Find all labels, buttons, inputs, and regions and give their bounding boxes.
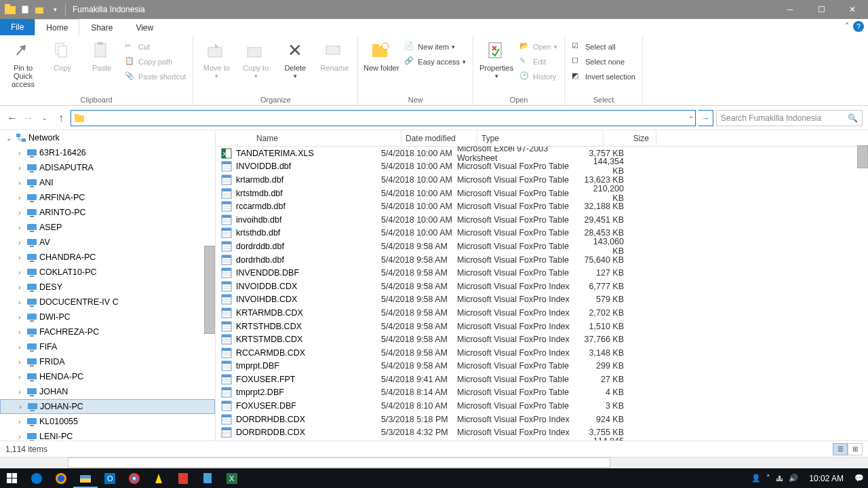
tree-scrollbar[interactable] bbox=[204, 246, 215, 334]
tree-item[interactable]: ›FRIDA bbox=[0, 354, 215, 369]
column-headers[interactable]: Name Date modified Type Size bbox=[216, 130, 868, 147]
qat-newfolder-icon[interactable] bbox=[33, 2, 47, 17]
firefox-icon[interactable] bbox=[49, 468, 73, 488]
tree-item[interactable]: ›HENDA-PC bbox=[0, 369, 215, 384]
file-row[interactable]: FOXUSER.FPT5/4/2018 9:41 AMMicrosoft Vis… bbox=[216, 373, 868, 386]
tree-item[interactable]: ›DESY bbox=[0, 280, 215, 295]
tree-item[interactable]: ›JOHAN bbox=[0, 384, 215, 399]
rename-button[interactable]: Rename bbox=[315, 39, 353, 73]
forward-button[interactable]: → bbox=[22, 111, 35, 125]
address-bar[interactable]: ⌄ bbox=[71, 110, 696, 126]
pin-quick-access-button[interactable]: Pin to Quick access bbox=[4, 39, 42, 90]
file-row[interactable]: KRTSTMDB.CDX5/4/2018 9:58 AMMicrosoft Vi… bbox=[216, 333, 868, 346]
file-row[interactable]: INVOIDDB.CDX5/4/2018 9:58 AMMicrosoft Vi… bbox=[216, 280, 868, 293]
tree-item[interactable]: ›AV bbox=[0, 235, 215, 250]
column-size[interactable]: Size bbox=[604, 130, 656, 146]
file-row[interactable]: INVOIHDB.CDX5/4/2018 9:58 AMMicrosoft Vi… bbox=[216, 293, 868, 307]
properties-button[interactable]: Properties▾ bbox=[477, 39, 515, 81]
network-icon[interactable]: 🖧 bbox=[776, 474, 783, 483]
action-center-icon[interactable]: 💬 bbox=[854, 474, 864, 483]
file-row[interactable]: invoihdb.dbf5/4/2018 10:00 AMMicrosoft V… bbox=[216, 213, 868, 227]
taskbar[interactable]: O X 👤 ˄ 🖧 🔊 10:02 AM 💬 bbox=[0, 468, 868, 488]
open-button[interactable]: 📂Open ▾ bbox=[517, 39, 560, 54]
volume-icon[interactable]: 🔊 bbox=[789, 474, 798, 483]
paste-button[interactable]: Paste bbox=[83, 39, 121, 73]
select-none-button[interactable]: ☐Select none bbox=[569, 54, 638, 69]
recent-dropdown-icon[interactable]: ⌄ bbox=[38, 111, 52, 125]
file-row[interactable]: INVENDDB.DBF5/4/2018 9:58 AMMicrosoft Vi… bbox=[216, 266, 868, 280]
qat-properties-icon[interactable] bbox=[18, 2, 33, 17]
tree-item[interactable]: ›KL010055 bbox=[0, 414, 215, 429]
column-name[interactable]: Name bbox=[236, 130, 401, 146]
file-row[interactable]: krtarmdb.dbf5/4/2018 10:00 AMMicrosoft V… bbox=[216, 173, 868, 187]
delete-button[interactable]: ✕Delete▾ bbox=[276, 39, 314, 81]
move-to-button[interactable]: Move to▾ bbox=[197, 39, 235, 81]
qat-dropdown-icon[interactable]: ▾ bbox=[47, 2, 62, 17]
tab-file[interactable]: File bbox=[0, 19, 35, 35]
icons-view-button[interactable]: ⊞ bbox=[848, 443, 863, 455]
tab-view[interactable]: View bbox=[124, 19, 165, 35]
start-button[interactable] bbox=[0, 468, 24, 488]
address-dropdown-icon[interactable]: ⌄ bbox=[688, 112, 694, 119]
tree-item[interactable]: ›CHANDRA-PC bbox=[0, 250, 215, 265]
explorer-icon[interactable] bbox=[73, 468, 98, 488]
horizontal-scrollbar[interactable] bbox=[0, 457, 868, 468]
go-button[interactable]: → bbox=[698, 110, 713, 126]
close-button[interactable]: ✕ bbox=[837, 0, 868, 19]
file-list[interactable]: XTANDATERIMA.XLS5/4/2018 10:00 AMMicroso… bbox=[216, 147, 868, 440]
excel-icon[interactable]: X bbox=[220, 468, 244, 488]
easy-access-button[interactable]: 🔗Easy access ▾ bbox=[401, 54, 469, 69]
notepad-icon[interactable] bbox=[195, 468, 220, 488]
ribbon-collapse-icon[interactable]: ˄ bbox=[845, 22, 849, 31]
filelist-scrollbar[interactable] bbox=[857, 145, 868, 168]
tree-item[interactable]: ›ANI bbox=[0, 175, 215, 190]
file-row[interactable]: DORDRDDB.CDX5/3/2018 4:32 PMMicrosoft Vi… bbox=[216, 426, 868, 439]
chrome-icon[interactable] bbox=[122, 468, 146, 488]
tree-item[interactable]: ›FACHREZA-PC bbox=[0, 324, 215, 339]
file-row[interactable]: RCCARMDB.CDX5/4/2018 9:58 AMMicrosoft Vi… bbox=[216, 346, 868, 360]
new-item-button[interactable]: 📄New item ▾ bbox=[401, 39, 469, 54]
file-row[interactable]: tmprpt.DBF5/4/2018 9:58 AMMicrosoft Visu… bbox=[216, 360, 868, 373]
tree-item[interactable]: ›JOHAN-PC bbox=[0, 399, 215, 414]
edit-button[interactable]: ✎Edit bbox=[517, 54, 560, 69]
up-button[interactable]: ↑ bbox=[54, 111, 68, 125]
edge-icon[interactable] bbox=[24, 468, 49, 488]
tree-root-network[interactable]: ⌄Network bbox=[0, 130, 215, 145]
column-type[interactable]: Type bbox=[477, 130, 604, 146]
clock[interactable]: 10:02 AM bbox=[804, 474, 849, 483]
copy-path-button[interactable]: 📋Copy path bbox=[122, 54, 189, 69]
minimize-button[interactable]: ─ bbox=[774, 0, 806, 19]
foxit-icon[interactable] bbox=[171, 468, 195, 488]
file-row[interactable]: INVOIDDB.dbf5/4/2018 10:00 AMMicrosoft V… bbox=[216, 160, 868, 174]
copy-button[interactable]: Copy bbox=[43, 39, 81, 73]
new-folder-button[interactable]: New folder bbox=[362, 39, 400, 73]
invert-selection-button[interactable]: ◩Invert selection bbox=[569, 69, 638, 84]
cut-button[interactable]: ✂Cut bbox=[122, 39, 189, 54]
tree-item[interactable]: ›FIFA bbox=[0, 339, 215, 354]
file-row[interactable]: KRTSTHDB.CDX5/4/2018 9:58 AMMicrosoft Vi… bbox=[216, 320, 868, 333]
file-row[interactable]: rccarmdb.dbf5/4/2018 10:00 AMMicrosoft V… bbox=[216, 200, 868, 213]
navigation-tree[interactable]: ⌄Network›63R1-16426›ADISAPUTRA›ANI›ARFIN… bbox=[0, 130, 216, 440]
history-button[interactable]: 🕑History bbox=[517, 69, 560, 84]
file-row[interactable]: tmprpt2.DBF5/4/2018 8:14 AMMicrosoft Vis… bbox=[216, 386, 868, 400]
file-row[interactable]: XTANDATERIMA.XLS5/4/2018 10:00 AMMicroso… bbox=[216, 147, 868, 160]
tree-item[interactable]: ›ARFINA-PC bbox=[0, 190, 215, 205]
details-view-button[interactable]: ☰ bbox=[833, 443, 848, 455]
tray-chevron-icon[interactable]: ˄ bbox=[766, 474, 770, 483]
people-icon[interactable]: 👤 bbox=[751, 474, 761, 483]
maximize-button[interactable]: ☐ bbox=[806, 0, 837, 19]
tree-item[interactable]: ›ARINTO-PC bbox=[0, 205, 215, 220]
file-row[interactable]: dordrhdb.dbf5/4/2018 9:58 AMMicrosoft Vi… bbox=[216, 253, 868, 267]
tree-item[interactable]: ›63R1-16426 bbox=[0, 145, 215, 160]
tree-item[interactable]: ›DOCUCENTRE-IV C bbox=[0, 295, 215, 309]
outlook-icon[interactable]: O bbox=[98, 468, 122, 488]
file-row[interactable]: krtsthdb.dbf5/4/2018 10:00 AMMicrosoft V… bbox=[216, 227, 868, 240]
column-date[interactable]: Date modified bbox=[401, 130, 477, 146]
file-row[interactable]: DORDRHDB.CDX5/3/2018 5:18 PMMicrosoft Vi… bbox=[216, 413, 868, 426]
search-input[interactable]: Search Fumakilla Indonesia 🔍 bbox=[716, 110, 863, 126]
app-icon-1[interactable] bbox=[146, 468, 171, 488]
help-icon[interactable]: ? bbox=[853, 21, 864, 32]
tree-item[interactable]: ›LENI-PC bbox=[0, 429, 215, 440]
paste-shortcut-button[interactable]: 📎Paste shortcut bbox=[122, 69, 189, 84]
file-row[interactable]: krtstmdb.dbf5/4/2018 10:00 AMMicrosoft V… bbox=[216, 187, 868, 200]
